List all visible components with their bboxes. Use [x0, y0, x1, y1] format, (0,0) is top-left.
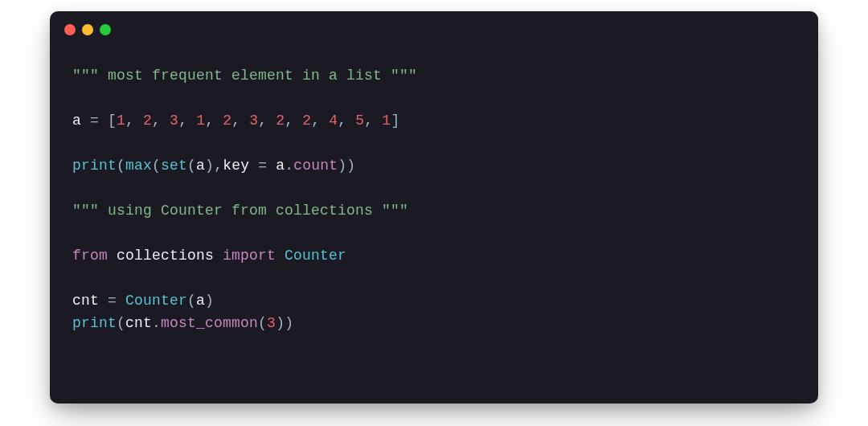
keyword-import: import: [223, 248, 276, 264]
kwarg-key: key: [223, 158, 249, 174]
number-literal: 2: [302, 113, 311, 129]
bracket-close: ]: [391, 113, 399, 129]
identifier-a: a: [196, 293, 205, 309]
comma: ,: [364, 113, 382, 129]
method-most-common: most_common: [161, 315, 258, 331]
number-literal: 1: [196, 113, 205, 129]
number-literal: 5: [355, 113, 364, 129]
operator-assign: =: [99, 293, 125, 309]
docstring-text: using Counter from collections: [99, 203, 382, 219]
docstring-quote: """: [391, 68, 417, 84]
method-count: count: [293, 158, 338, 174]
paren-close: ): [346, 158, 355, 174]
paren-open: (: [258, 315, 267, 331]
docstring-quote: """: [72, 203, 99, 219]
paren-open: (: [187, 293, 196, 309]
comma: ,: [178, 113, 196, 129]
comma: ,: [338, 113, 355, 129]
comma: ,: [214, 158, 223, 174]
code-block: """ most frequent element in a list """ …: [50, 48, 818, 354]
code-card: """ most frequent element in a list """ …: [50, 11, 818, 403]
docstring-text: most frequent element in a list: [99, 68, 391, 84]
comma: ,: [311, 113, 329, 129]
comma: ,: [125, 113, 143, 129]
titlebar: [50, 11, 818, 48]
builtin-print: print: [72, 315, 117, 331]
paren-close: ): [205, 158, 214, 174]
paren-open: (: [187, 158, 196, 174]
number-literal: 3: [170, 113, 178, 129]
module-collections: collections: [108, 248, 223, 264]
number-literal: 4: [329, 113, 338, 129]
identifier-cnt: cnt: [72, 293, 99, 309]
builtin-print: print: [72, 158, 117, 174]
zoom-icon[interactable]: [100, 24, 111, 35]
comma: ,: [205, 113, 223, 129]
comma: ,: [285, 113, 302, 129]
number-literal: 1: [117, 113, 125, 129]
paren-close: ): [338, 158, 346, 174]
comma: ,: [152, 113, 170, 129]
builtin-max: max: [125, 158, 152, 174]
number-literal: 2: [143, 113, 152, 129]
class-counter: Counter: [276, 248, 346, 264]
identifier-a: a: [196, 158, 205, 174]
comma: ,: [258, 113, 276, 129]
close-icon[interactable]: [64, 24, 76, 35]
paren-open: (: [152, 158, 161, 174]
number-literal: 3: [249, 113, 258, 129]
docstring-quote: """: [382, 203, 408, 219]
keyword-from: from: [72, 248, 108, 264]
class-counter: Counter: [125, 293, 187, 309]
bracket-open: [: [108, 113, 117, 129]
operator-assign: =: [81, 113, 108, 129]
identifier-cnt: cnt: [125, 315, 152, 331]
number-literal: 1: [382, 113, 391, 129]
identifier-a: a: [72, 113, 81, 129]
paren-open: (: [117, 158, 125, 174]
dot: .: [152, 315, 161, 331]
paren-close: ): [205, 293, 214, 309]
number-literal: 3: [267, 315, 276, 331]
number-literal: 2: [276, 113, 285, 129]
paren-close: ): [285, 315, 293, 331]
comma: ,: [231, 113, 249, 129]
operator-assign: =: [249, 158, 276, 174]
paren-open: (: [117, 315, 125, 331]
docstring-quote: """: [72, 68, 99, 84]
builtin-set: set: [161, 158, 187, 174]
dot: .: [285, 158, 293, 174]
minimize-icon[interactable]: [82, 24, 93, 35]
identifier-a: a: [276, 158, 285, 174]
paren-close: ): [276, 315, 285, 331]
number-literal: 2: [223, 113, 231, 129]
